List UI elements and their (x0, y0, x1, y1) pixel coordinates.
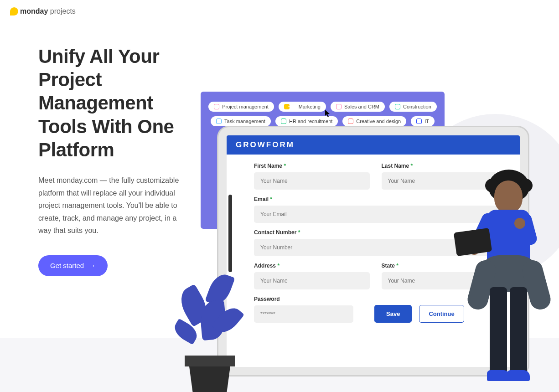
address-label: Address * (254, 263, 370, 269)
password-input[interactable] (254, 305, 353, 323)
email-label: Email * (254, 196, 497, 202)
checkbox-icon (336, 104, 342, 109)
cursor-icon (325, 109, 331, 118)
hero-section: Unify All Your Project Management Tools … (38, 45, 184, 276)
tag-project-management[interactable]: Project management (208, 102, 274, 112)
tag-task-management[interactable]: Task management (211, 116, 271, 126)
hero-body: Meet monday.com — the fully customizable… (38, 174, 184, 237)
cta-label: Get started (50, 262, 84, 269)
first-name-label: First Name * (254, 163, 370, 169)
form-title: GROWFORM (227, 135, 520, 155)
logo[interactable]: monday projects (10, 7, 76, 15)
continue-button[interactable]: Continue (419, 305, 464, 323)
held-tablet-icon (454, 228, 492, 256)
checkbox-icon (416, 119, 422, 124)
checkbox-icon (216, 119, 222, 124)
checkbox-icon (214, 104, 219, 109)
person-illustration (468, 164, 550, 387)
monday-logo-icon (10, 7, 18, 15)
address-input[interactable] (254, 272, 370, 289)
save-button[interactable]: Save (374, 305, 412, 323)
scrollbar[interactable] (228, 195, 232, 272)
tag-marketing[interactable]: ✓Marketing (279, 102, 326, 112)
logo-text: monday projects (20, 7, 76, 15)
tag-it[interactable]: IT (411, 116, 435, 126)
email-input[interactable] (254, 206, 497, 223)
tag-construction[interactable]: Construction (389, 102, 437, 112)
get-started-button[interactable]: Get started → (38, 255, 108, 276)
headline: Unify All Your Project Management Tools … (38, 45, 184, 161)
tag-sales-crm[interactable]: Sales and CRM (331, 102, 385, 112)
plant-illustration (173, 264, 246, 392)
tag-hr[interactable]: HR and recruitment (275, 116, 338, 126)
first-name-input[interactable] (254, 172, 370, 190)
password-label: Password (254, 296, 353, 302)
checkbox-icon (348, 119, 353, 124)
tag-creative[interactable]: Creative and design (342, 116, 406, 126)
checkbox-icon (281, 119, 286, 124)
arrow-right-icon: → (88, 262, 96, 270)
checkbox-icon (395, 104, 400, 109)
